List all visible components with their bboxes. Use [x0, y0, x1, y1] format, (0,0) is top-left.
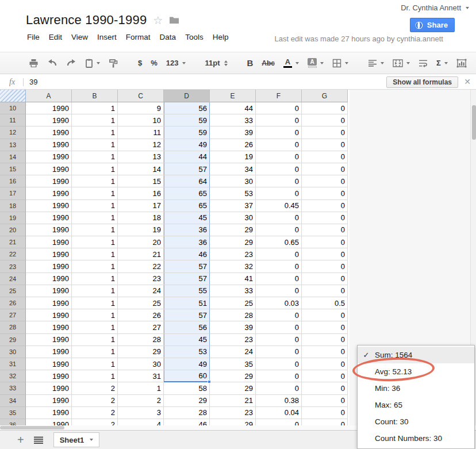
- text-color-button[interactable]: A: [281, 56, 301, 70]
- cell-G22[interactable]: 0: [302, 248, 348, 260]
- redo-button[interactable]: [64, 57, 79, 69]
- cell-C29[interactable]: 28: [118, 334, 164, 346]
- cell-E25[interactable]: 33: [210, 285, 256, 297]
- cell-F22[interactable]: 0: [256, 248, 302, 260]
- cell-C35[interactable]: 3: [118, 407, 164, 419]
- cell-B15[interactable]: 1: [72, 163, 118, 175]
- cell-A13[interactable]: 1990: [26, 139, 72, 151]
- menu-file[interactable]: File: [27, 33, 40, 41]
- cell-F21[interactable]: 0.65: [256, 236, 302, 248]
- cell-C23[interactable]: 22: [118, 260, 164, 273]
- row-header-28[interactable]: 28: [0, 321, 26, 333]
- cell-F12[interactable]: 0: [256, 126, 302, 139]
- cell-C36[interactable]: 4: [118, 419, 164, 425]
- cell-F28[interactable]: 0: [256, 321, 302, 333]
- row-header-32[interactable]: 32: [0, 370, 26, 382]
- fill-handle[interactable]: [208, 380, 211, 383]
- row-header-14[interactable]: 14: [0, 151, 26, 163]
- cell-D26[interactable]: 51: [164, 297, 210, 309]
- cell-A23[interactable]: 1990: [26, 260, 72, 273]
- row-header-33[interactable]: 33: [0, 382, 26, 394]
- cell-G17[interactable]: 0: [302, 187, 348, 199]
- cell-B31[interactable]: 1: [72, 358, 118, 370]
- cell-D16[interactable]: 64: [164, 175, 210, 187]
- menu-edit[interactable]: Edit: [49, 33, 62, 41]
- cell-D18[interactable]: 65: [164, 200, 210, 212]
- stat-item-count-numbers[interactable]: Count Numbers: 30: [358, 430, 474, 447]
- cell-E23[interactable]: 32: [210, 260, 256, 273]
- cell-A35[interactable]: 1990: [26, 407, 72, 419]
- cell-B35[interactable]: 2: [72, 407, 118, 419]
- cell-D33[interactable]: 58: [164, 382, 210, 394]
- row-header-15[interactable]: 15: [0, 163, 26, 175]
- cell-C17[interactable]: 16: [118, 187, 164, 199]
- stat-item-avg[interactable]: Avg: 52.13: [358, 363, 474, 380]
- cell-A22[interactable]: 1990: [26, 248, 72, 260]
- cell-G14[interactable]: 0: [302, 151, 348, 163]
- cell-B32[interactable]: 1: [72, 370, 118, 382]
- cell-F36[interactable]: 0: [256, 419, 302, 425]
- cell-B28[interactable]: 1: [72, 321, 118, 333]
- cell-G28[interactable]: 0: [302, 321, 348, 333]
- print-button[interactable]: [26, 57, 41, 70]
- cell-D32[interactable]: 60: [164, 370, 210, 382]
- cell-B22[interactable]: 1: [72, 248, 118, 260]
- cell-A33[interactable]: 1990: [26, 382, 72, 394]
- cell-G27[interactable]: 0: [302, 309, 348, 321]
- row-header-35[interactable]: 35: [0, 407, 26, 419]
- cell-E10[interactable]: 44: [210, 102, 256, 114]
- number-format-button[interactable]: 123: [164, 57, 188, 69]
- cell-B17[interactable]: 1: [72, 187, 118, 199]
- cell-A36[interactable]: 1990: [26, 419, 72, 425]
- row-header-24[interactable]: 24: [0, 273, 26, 285]
- cell-E33[interactable]: 29: [210, 382, 256, 394]
- cell-G32[interactable]: 0: [302, 370, 348, 382]
- percent-format-button[interactable]: %: [148, 57, 160, 69]
- cell-A17[interactable]: 1990: [26, 187, 72, 199]
- cell-A28[interactable]: 1990: [26, 321, 72, 333]
- all-sheets-button[interactable]: [33, 436, 44, 444]
- cell-D21[interactable]: 36: [164, 236, 210, 248]
- cell-A14[interactable]: 1990: [26, 151, 72, 163]
- sheet-tab-sheet1[interactable]: Sheet1: [53, 432, 100, 447]
- cell-C33[interactable]: 1: [118, 382, 164, 394]
- cell-C15[interactable]: 14: [118, 163, 164, 175]
- row-header-30[interactable]: 30: [0, 346, 26, 358]
- menu-data[interactable]: Data: [160, 33, 176, 41]
- row-header-10[interactable]: 10: [0, 102, 26, 114]
- cell-F35[interactable]: 0.04: [256, 407, 302, 419]
- row-header-18[interactable]: 18: [0, 200, 26, 212]
- cell-D24[interactable]: 57: [164, 273, 210, 285]
- cell-G18[interactable]: 0: [302, 200, 348, 212]
- cell-F24[interactable]: 0: [256, 273, 302, 285]
- cell-E16[interactable]: 30: [210, 175, 256, 187]
- cell-D25[interactable]: 55: [164, 285, 210, 297]
- cell-G13[interactable]: 0: [302, 139, 348, 151]
- cell-G24[interactable]: 0: [302, 273, 348, 285]
- cell-C30[interactable]: 29: [118, 346, 164, 358]
- stat-item-count[interactable]: Count: 30: [358, 413, 474, 430]
- cell-F31[interactable]: 0: [256, 358, 302, 370]
- cell-C12[interactable]: 11: [118, 126, 164, 139]
- cell-D29[interactable]: 45: [164, 334, 210, 346]
- cell-F27[interactable]: 0: [256, 309, 302, 321]
- stat-item-min[interactable]: Min: 36: [358, 380, 474, 397]
- column-header-f[interactable]: F: [256, 90, 302, 102]
- cell-F30[interactable]: 0: [256, 346, 302, 358]
- select-all-corner[interactable]: [0, 90, 26, 102]
- menu-tools[interactable]: Tools: [185, 33, 204, 41]
- document-title[interactable]: Lawrence 1990-1999: [26, 13, 147, 28]
- cell-B23[interactable]: 1: [72, 260, 118, 273]
- menu-format[interactable]: Format: [126, 33, 151, 41]
- cell-G29[interactable]: 0: [302, 334, 348, 346]
- cell-B27[interactable]: 1: [72, 309, 118, 321]
- cell-E19[interactable]: 30: [210, 212, 256, 224]
- cell-B16[interactable]: 1: [72, 175, 118, 187]
- bold-button[interactable]: B: [245, 56, 256, 70]
- cell-B12[interactable]: 1: [72, 126, 118, 139]
- strikethrough-button[interactable]: Abc: [259, 57, 277, 69]
- cell-C28[interactable]: 27: [118, 321, 164, 333]
- cell-E14[interactable]: 19: [210, 151, 256, 163]
- row-header-27[interactable]: 27: [0, 309, 26, 321]
- cell-B18[interactable]: 1: [72, 200, 118, 212]
